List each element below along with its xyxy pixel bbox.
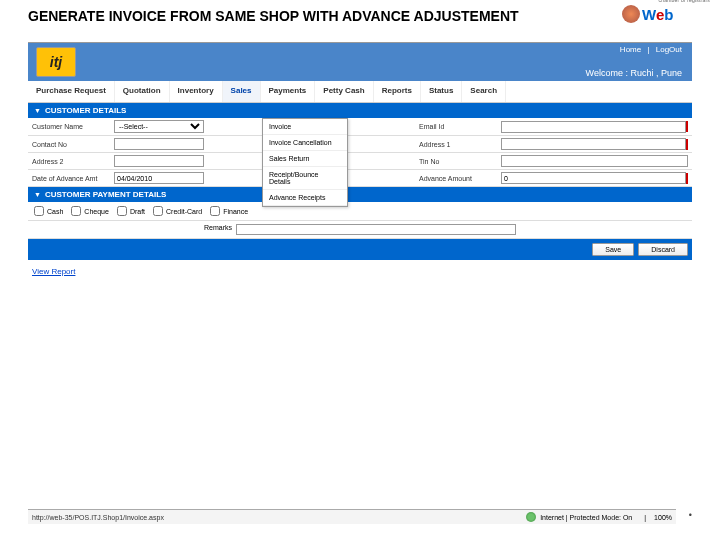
tin-input[interactable] bbox=[501, 155, 688, 167]
page-title: GENERATE INVOICE FROM SAME SHOP WITH ADV… bbox=[0, 0, 720, 42]
main-nav: Purchase Request Quotation Inventory Sal… bbox=[28, 81, 692, 103]
status-url: http://web-35/POS.ITJ.Shop1/Invoice.aspx bbox=[32, 514, 526, 521]
label-address2: Address 2 bbox=[32, 158, 114, 165]
date-advance-input[interactable] bbox=[114, 172, 204, 184]
view-report-link-row: View Report bbox=[32, 266, 688, 276]
cheque-checkbox[interactable]: Cheque bbox=[71, 206, 109, 216]
dropdown-sales-return[interactable]: Sales Return bbox=[263, 151, 347, 167]
nav-search[interactable]: Search bbox=[462, 81, 506, 102]
nav-sales[interactable]: Sales bbox=[223, 81, 261, 102]
slide-dot: • bbox=[689, 510, 692, 520]
globe-icon bbox=[622, 5, 640, 23]
home-link[interactable]: Home bbox=[620, 45, 641, 54]
welcome-text: Welcome : Ruchi , Pune bbox=[586, 68, 682, 78]
label-remarks: Remarks bbox=[204, 224, 232, 235]
dropdown-receipt-bounce[interactable]: Receipt/Bounce Details bbox=[263, 167, 347, 190]
view-report-link[interactable]: View Report bbox=[32, 267, 75, 276]
nav-inventory[interactable]: Inventory bbox=[170, 81, 223, 102]
banner-links: Home | LogOut bbox=[616, 45, 682, 54]
required-indicator bbox=[686, 139, 688, 150]
protected-mode-text: Internet | Protected Mode: On bbox=[540, 514, 632, 521]
required-indicator bbox=[686, 121, 688, 132]
contact-input[interactable] bbox=[114, 138, 204, 150]
label-date-advance: Date of Advance Amt bbox=[32, 175, 114, 182]
address2-input[interactable] bbox=[114, 155, 204, 167]
save-button[interactable]: Save bbox=[592, 243, 634, 256]
status-bar: http://web-35/POS.ITJ.Shop1/Invoice.aspx… bbox=[28, 509, 676, 524]
dropdown-invoice-cancel[interactable]: Invoice Cancellation bbox=[263, 135, 347, 151]
banner: itj Home | LogOut Welcome : Ruchi , Pune bbox=[28, 43, 692, 81]
draft-checkbox[interactable]: Draft bbox=[117, 206, 145, 216]
remarks-input[interactable] bbox=[236, 224, 516, 235]
finance-checkbox[interactable]: Finance bbox=[210, 206, 248, 216]
nav-quotation[interactable]: Quotation bbox=[115, 81, 170, 102]
customer-name-select[interactable]: --Select-- bbox=[114, 120, 204, 133]
sales-dropdown: Invoice Invoice Cancellation Sales Retur… bbox=[262, 118, 348, 207]
email-input[interactable] bbox=[501, 121, 686, 133]
label-advance-amount: Advance Amount bbox=[419, 175, 501, 182]
app-window: itj Home | LogOut Welcome : Ruchi , Pune… bbox=[28, 42, 692, 276]
collapse-icon: ▼ bbox=[34, 191, 41, 198]
app-logo: itj bbox=[36, 47, 76, 77]
advance-amount-input[interactable] bbox=[501, 172, 686, 184]
payment-details-header[interactable]: ▼ CUSTOMER PAYMENT DETAILS bbox=[28, 187, 692, 202]
remarks-row: Remarks bbox=[28, 221, 692, 239]
brand-web-text: Web bbox=[642, 6, 673, 23]
cash-checkbox[interactable]: Cash bbox=[34, 206, 63, 216]
label-tin: Tin No bbox=[419, 158, 501, 165]
brand-logo: Web bbox=[622, 0, 712, 28]
logout-link[interactable]: LogOut bbox=[656, 45, 682, 54]
label-address1: Address 1 bbox=[419, 141, 501, 148]
discard-button[interactable]: Discard bbox=[638, 243, 688, 256]
address1-input[interactable] bbox=[501, 138, 686, 150]
internet-zone-icon bbox=[526, 512, 536, 522]
action-bar: Save Discard bbox=[28, 239, 692, 260]
nav-payments[interactable]: Payments bbox=[261, 81, 316, 102]
dropdown-advance-receipts[interactable]: Advance Receipts bbox=[263, 190, 347, 206]
payment-options: Cash Cheque Draft Credit-Card Finance bbox=[28, 202, 692, 221]
dropdown-invoice[interactable]: Invoice bbox=[263, 119, 347, 135]
label-customer-name: Customer Name bbox=[32, 123, 114, 130]
customer-details-header[interactable]: ▼ CUSTOMER DETAILS bbox=[28, 103, 692, 118]
nav-petty-cash[interactable]: Petty Cash bbox=[315, 81, 373, 102]
required-indicator bbox=[686, 173, 688, 184]
label-contact: Contact No bbox=[32, 141, 114, 148]
nav-purchase-request[interactable]: Purchase Request bbox=[28, 81, 115, 102]
label-email: Email Id bbox=[419, 123, 501, 130]
zoom-level[interactable]: 100% bbox=[654, 514, 672, 521]
collapse-icon: ▼ bbox=[34, 107, 41, 114]
nav-status[interactable]: Status bbox=[421, 81, 462, 102]
credit-card-checkbox[interactable]: Credit-Card bbox=[153, 206, 202, 216]
nav-reports[interactable]: Reports bbox=[374, 81, 421, 102]
